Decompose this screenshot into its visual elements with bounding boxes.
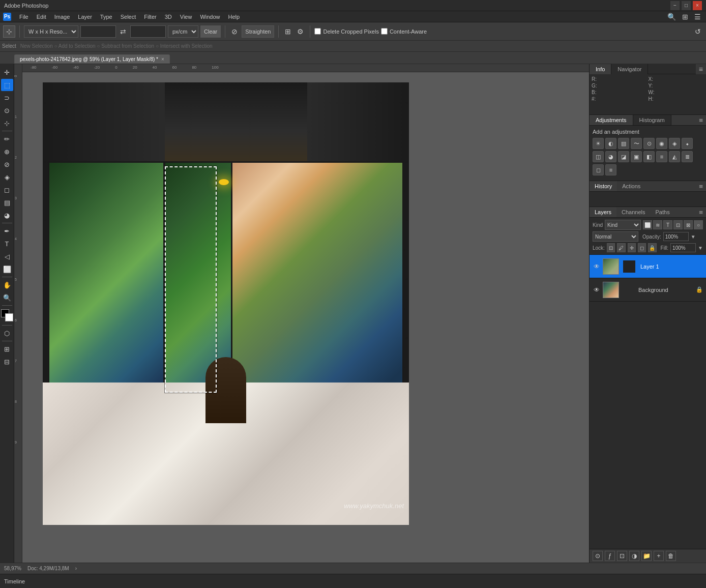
lock-position[interactable]: ✛: [628, 243, 636, 252]
straighten-button[interactable]: Straighten: [242, 25, 274, 38]
tool-pen[interactable]: ✒: [1, 225, 13, 237]
tool-move[interactable]: ✛: [1, 66, 13, 78]
fill-input[interactable]: [670, 243, 696, 252]
adj-channel-mixer[interactable]: ◪: [618, 151, 629, 162]
layer-new-btn[interactable]: +: [654, 551, 664, 561]
menu-type[interactable]: Type: [96, 13, 116, 21]
layer-style-btn[interactable]: ƒ: [605, 551, 615, 561]
canvas-scroll[interactable]: www.yakymchuk.net: [22, 72, 589, 563]
straighten-icon[interactable]: ⊘: [229, 26, 240, 37]
adj-exposure[interactable]: ⊙: [643, 138, 655, 149]
tool-artboard[interactable]: ⊟: [1, 356, 13, 368]
view-toggle-icon[interactable]: ⊞: [680, 12, 690, 22]
doc-tab-active[interactable]: pexels-photo-2417842.jpeg @ 59% (Layer 1…: [14, 54, 170, 64]
tool-eyedropper[interactable]: ✏: [1, 133, 13, 145]
tool-gradient[interactable]: ▤: [1, 196, 13, 209]
tab-layers[interactable]: Layers: [590, 207, 616, 217]
tool-brush[interactable]: ⊘: [1, 158, 13, 170]
tool-quick-mask[interactable]: ⬡: [1, 327, 13, 339]
layers-panel-menu-icon[interactable]: ≡: [696, 207, 706, 217]
menu-layer[interactable]: Layer: [74, 13, 96, 21]
swap-dimensions-icon[interactable]: ⇄: [118, 26, 128, 37]
background-visibility[interactable]: 👁: [593, 286, 601, 294]
adj-vibrance[interactable]: ◉: [656, 138, 667, 149]
adj-contrast[interactable]: ◐: [605, 138, 616, 149]
blend-mode-select[interactable]: Normal: [593, 231, 638, 242]
layer-filter-off[interactable]: ○: [694, 220, 703, 229]
adj-threshold[interactable]: ◭: [669, 151, 680, 162]
adj-invert[interactable]: ◧: [643, 151, 655, 162]
lock-transparent[interactable]: ⊡: [607, 243, 615, 252]
menu-3d[interactable]: 3D: [161, 13, 176, 21]
layer-item-background[interactable]: 👁 Background 🔒: [590, 278, 706, 302]
crop-unit-select[interactable]: px/cm: [168, 25, 198, 38]
adj-brightness[interactable]: ☀: [593, 138, 604, 149]
lock-artboard[interactable]: ◻: [638, 243, 646, 252]
doc-size-arrow[interactable]: ›: [75, 566, 77, 571]
fill-dropdown[interactable]: ▼: [698, 245, 703, 251]
tab-paths[interactable]: Paths: [651, 207, 675, 217]
layer-filter-pixel[interactable]: ⬜: [643, 220, 652, 229]
tool-shape[interactable]: ⬜: [1, 263, 13, 275]
maximize-button[interactable]: □: [682, 1, 691, 10]
tool-zoom[interactable]: 🔍: [1, 291, 13, 304]
layer-adj-btn[interactable]: ◑: [629, 551, 639, 561]
close-button[interactable]: ×: [693, 1, 702, 10]
lock-all[interactable]: 🔒: [648, 243, 656, 252]
layer-filter-type[interactable]: T: [663, 220, 672, 229]
settings-icon[interactable]: ☰: [692, 12, 703, 22]
adj-hue-sat[interactable]: ◈: [669, 138, 680, 149]
color-boxes[interactable]: [1, 309, 13, 321]
grid-icon[interactable]: ⊞: [283, 26, 293, 37]
crop-width-input[interactable]: [80, 25, 116, 38]
doc-tab-close[interactable]: ×: [161, 56, 164, 62]
adj-selective-color[interactable]: ◻: [593, 164, 604, 175]
adj-color-lookup[interactable]: ▣: [631, 151, 642, 162]
panel-menu-icon[interactable]: ≡: [696, 64, 706, 74]
crop-ratio-select[interactable]: W x H x Reso...: [24, 25, 78, 38]
menu-edit[interactable]: Edit: [33, 13, 50, 21]
layer1-visibility[interactable]: 👁: [593, 262, 601, 271]
tab-history[interactable]: History: [590, 181, 617, 191]
tool-clone[interactable]: ◈: [1, 171, 13, 183]
layer-group-btn[interactable]: 📁: [641, 551, 652, 561]
layer-mask-btn[interactable]: ⊡: [617, 551, 627, 561]
kind-select[interactable]: Kind: [605, 220, 641, 230]
tool-lasso[interactable]: ⊃: [1, 92, 13, 104]
tab-navigator[interactable]: Navigator: [611, 64, 648, 74]
content-aware-checkbox[interactable]: [381, 28, 388, 35]
search-icon[interactable]: 🔍: [665, 12, 678, 22]
tab-actions[interactable]: Actions: [617, 181, 645, 191]
tool-options-icon[interactable]: ⊹: [3, 25, 15, 38]
background-color[interactable]: [5, 313, 13, 321]
menu-image[interactable]: Image: [50, 13, 74, 21]
tool-path[interactable]: ◁: [1, 250, 13, 262]
adj-photo-filter[interactable]: ◕: [605, 151, 616, 162]
adj-bw[interactable]: ◫: [593, 151, 604, 162]
layer-filter-adj[interactable]: ≋: [653, 220, 662, 229]
opacity-input[interactable]: [663, 232, 689, 241]
layer-filter-btn[interactable]: ⊙: [593, 551, 603, 561]
opacity-dropdown[interactable]: ▼: [691, 234, 696, 240]
menu-help[interactable]: Help: [224, 13, 244, 21]
layer-filter-smart[interactable]: ⊠: [684, 220, 693, 229]
adj-panel-menu-icon[interactable]: ≡: [696, 115, 706, 125]
menu-file[interactable]: File: [15, 13, 33, 21]
minimize-button[interactable]: −: [670, 1, 680, 10]
gear-icon[interactable]: ⚙: [295, 26, 306, 37]
history-panel-menu-icon[interactable]: ≡: [696, 181, 706, 191]
tool-quick-select[interactable]: ⊙: [1, 104, 13, 116]
layer-filter-shape[interactable]: ⊡: [673, 220, 683, 229]
layer-delete-btn[interactable]: 🗑: [666, 551, 676, 561]
adj-levels[interactable]: ▤: [618, 138, 629, 149]
tool-crop[interactable]: ⊹: [1, 117, 13, 129]
tool-dodge[interactable]: ◕: [1, 209, 13, 221]
tab-channels[interactable]: Channels: [616, 207, 650, 217]
menu-select[interactable]: Select: [116, 13, 140, 21]
tool-marquee[interactable]: ⬚: [1, 79, 13, 91]
clear-button[interactable]: Clear: [200, 25, 221, 38]
tab-info[interactable]: Info: [590, 64, 611, 74]
adj-curves[interactable]: 〜: [631, 138, 642, 149]
tab-histogram[interactable]: Histogram: [633, 115, 671, 125]
crop-height-input[interactable]: [130, 25, 166, 38]
